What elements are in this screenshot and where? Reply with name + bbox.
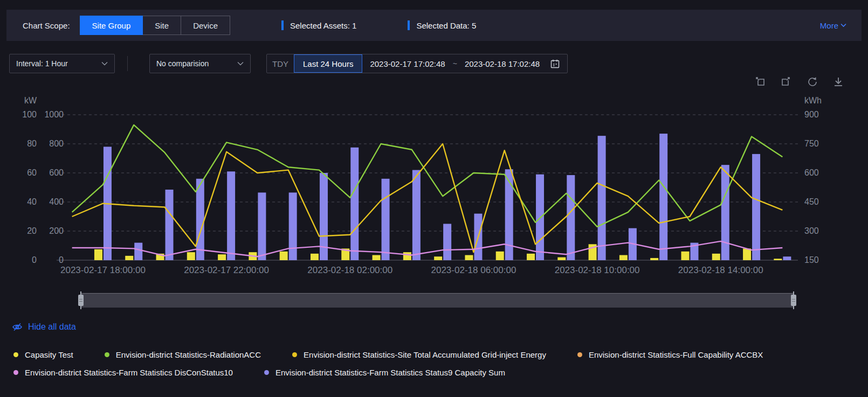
zoom-restore-icon[interactable] [781, 76, 793, 88]
bar-status9-capacity-sum [196, 179, 204, 260]
datazoom-left-handle[interactable] [78, 295, 84, 306]
chart-scope-label: Chart Scope: [23, 21, 70, 30]
legend-item[interactable]: Envision-district Statistics-Full Capabi… [577, 350, 763, 359]
x-axis-tick: 2023-02-18 10:00:00 [555, 265, 640, 275]
chart-legend: Capasity TestEnvision-district Statistic… [13, 350, 855, 377]
zoom-in-area-icon[interactable] [755, 76, 767, 88]
bar-capasity-test [557, 257, 566, 260]
inner-axis-tick: 0 [59, 255, 64, 264]
chart-scope-segmented-control: Site Group Site Device [80, 16, 230, 35]
hide-all-data-button[interactable]: Hide all data [12, 322, 76, 332]
legend-dot-icon [13, 370, 18, 375]
bar-status9-capacity-sum [227, 171, 235, 260]
bar-status9-capacity-sum [350, 148, 359, 260]
line-series [72, 144, 783, 252]
inner-axis-tick: 600 [49, 168, 64, 177]
bar-capasity-test [280, 252, 288, 260]
kwh-axis-tick: 150 [804, 255, 819, 264]
comparison-value: No comparision [156, 59, 209, 68]
kw-axis-tick: 40 [27, 197, 37, 206]
tdy-button[interactable]: TDY [267, 59, 294, 68]
bar-capasity-test [403, 252, 411, 260]
legend-dot-icon [13, 352, 18, 357]
bar-capasity-test [465, 255, 473, 260]
date-range-separator: ~ [453, 59, 457, 68]
inner-axis-tick: 200 [49, 226, 64, 235]
x-axis-tick: 2023-02-18 02:00:00 [307, 265, 392, 275]
calendar-icon[interactable] [547, 59, 567, 68]
bar-status9-capacity-sum [166, 190, 174, 260]
bar-capasity-test [619, 255, 628, 260]
bar-capasity-test [774, 259, 782, 260]
selected-data: Selected Data: 5 [408, 20, 476, 30]
bar-capasity-test [434, 256, 442, 260]
datazoom-slider[interactable] [81, 293, 794, 308]
bar-status9-capacity-sum [382, 179, 390, 260]
scope-site-button[interactable]: Site [143, 16, 181, 35]
selected-assets: Selected Assets: 1 [281, 20, 356, 30]
kw-axis-unit: kW [24, 96, 37, 105]
selected-data-label: Selected Data: 5 [416, 21, 476, 30]
scope-site-group-button[interactable]: Site Group [80, 16, 143, 35]
kwh-axis-tick: 600 [804, 168, 819, 177]
bar-status9-capacity-sum [289, 192, 297, 260]
chart-plot-area[interactable]: 0200400600800100002040608010015030045060… [0, 94, 868, 291]
legend-item[interactable]: Envision-district Statistics-Farm Statis… [13, 368, 233, 377]
divider [127, 56, 128, 71]
legend-item[interactable]: Envision-district Statistics-Farm Statis… [264, 368, 505, 377]
interval-select[interactable]: Interval: 1 Hour [9, 54, 115, 73]
chevron-down-icon [841, 23, 846, 27]
bar-capasity-test [650, 258, 658, 260]
bar-status9-capacity-sum [134, 243, 142, 260]
top-bar: Chart Scope: Site Group Site Device Sele… [6, 10, 862, 41]
line-series [72, 125, 783, 227]
x-axis-tick: 2023-02-18 06:00:00 [431, 265, 516, 275]
x-axis-tick: 2023-02-18 14:00:00 [678, 265, 763, 275]
blue-tick-bar [408, 20, 410, 30]
kw-axis-tick: 100 [22, 110, 37, 119]
bar-capasity-test [743, 248, 751, 260]
bar-capasity-test [187, 252, 195, 260]
date-to-field[interactable]: 2023-02-18 17:02:48 [457, 59, 547, 68]
legend-item[interactable]: Envision-district Statistics-Site Total … [292, 350, 546, 359]
legend-label: Envision-district Statistics-RadiationAC… [116, 350, 261, 359]
bar-status9-capacity-sum [258, 192, 266, 260]
refresh-icon[interactable] [807, 76, 818, 88]
kwh-axis-unit: kWh [804, 96, 822, 105]
bar-capasity-test [218, 254, 226, 260]
legend-dot-icon [292, 352, 297, 357]
date-from-field[interactable]: 2023-02-17 17:02:48 [362, 59, 452, 68]
dashboard: Chart Scope: Site Group Site Device Sele… [0, 0, 868, 397]
selected-assets-label: Selected Assets: 1 [290, 21, 356, 30]
legend-label: Capasity Test [25, 350, 73, 359]
more-button[interactable]: More [820, 21, 846, 30]
download-icon[interactable] [832, 76, 844, 88]
legend-item[interactable]: Envision-district Statistics-RadiationAC… [105, 350, 261, 359]
bar-status9-capacity-sum [598, 136, 606, 260]
bar-capasity-test [373, 255, 381, 260]
scope-device-button[interactable]: Device [181, 16, 230, 35]
kw-axis-tick: 20 [27, 226, 37, 235]
kwh-axis-tick: 900 [804, 110, 819, 119]
comparison-select[interactable]: No comparision [149, 54, 251, 73]
legend-item[interactable]: Capasity Test [13, 350, 73, 359]
bar-capasity-test [94, 249, 102, 260]
legend-dot-icon [264, 370, 269, 375]
inner-axis-tick: 1000 [44, 110, 64, 119]
last-24-hours-button[interactable]: Last 24 Hours [294, 54, 362, 73]
hide-all-data-label: Hide all data [28, 322, 76, 332]
interval-value: Interval: 1 Hour [16, 59, 68, 68]
kw-axis-tick: 80 [27, 139, 37, 148]
kw-axis-tick: 60 [27, 168, 37, 177]
bar-capasity-test [681, 252, 689, 260]
bar-status9-capacity-sum [721, 165, 729, 260]
more-label: More [820, 21, 838, 30]
bar-status9-capacity-sum [752, 154, 760, 260]
bar-capasity-test [712, 254, 720, 260]
datazoom-right-handle[interactable] [791, 295, 796, 306]
legend-dot-icon [105, 352, 109, 357]
bar-status9-capacity-sum [659, 134, 667, 260]
legend-label: Envision-district Statistics-Farm Statis… [275, 368, 505, 377]
chart-toolbar [755, 76, 844, 88]
kwh-axis-tick: 750 [804, 139, 819, 148]
